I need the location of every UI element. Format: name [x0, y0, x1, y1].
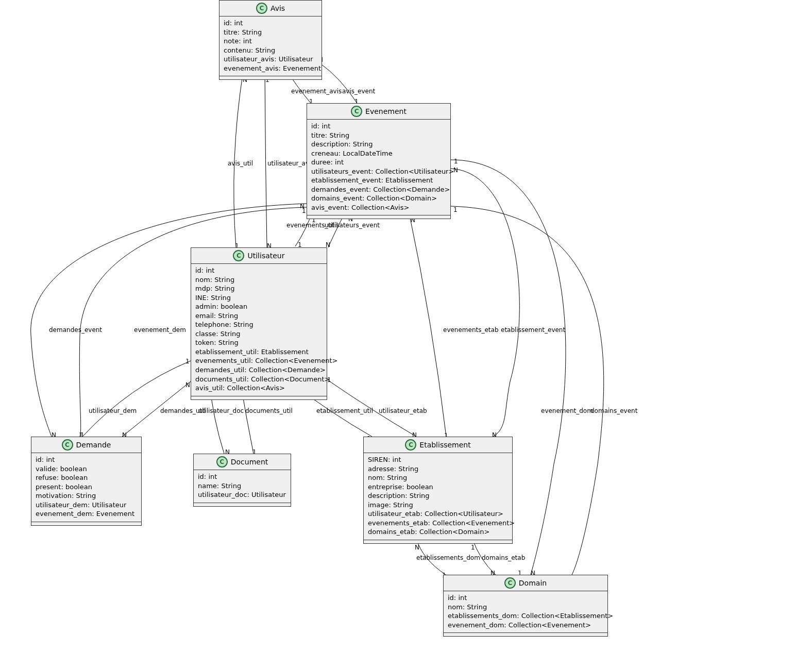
relationship-label: demandes_event: [49, 326, 102, 334]
relationship-edge: [234, 71, 243, 247]
class-attribute: telephone: String: [195, 320, 323, 329]
class-attribute: utilisateur_avis: Utilisateur: [224, 55, 317, 64]
class-attribute: INE: String: [195, 293, 323, 303]
class-methods-empty: [307, 215, 450, 219]
relationship-label: domains_etab: [482, 554, 525, 561]
class-box-demande[interactable]: CDemandeid: intvalide: booleanrefuse: bo…: [31, 437, 142, 526]
class-attribute: evenement_dem: Evenement: [36, 509, 137, 519]
class-attribute: nom: String: [368, 473, 508, 482]
class-attribute: token: String: [195, 338, 323, 347]
class-title: Demande: [76, 441, 111, 449]
class-attribute: avis_event: Collection<Avis>: [311, 203, 446, 212]
class-attribute: etablissements_dom: Collection<Etablisse…: [448, 611, 603, 621]
class-attribute: nom: String: [195, 275, 323, 285]
class-header: CEvenement: [307, 104, 450, 120]
class-attribute: nom: String: [448, 603, 603, 612]
class-attributes: SIREN: intadresse: Stringnom: Stringentr…: [364, 453, 512, 540]
class-methods-empty: [219, 76, 322, 79]
class-attributes: id: inttitre: Stringdescription: Stringc…: [307, 120, 450, 215]
class-attribute: utilisateur_doc: Utilisateur: [198, 490, 286, 499]
class-attribute: id: int: [448, 593, 603, 603]
relationship-edge-layer: [0, 0, 812, 650]
class-attribute: email: String: [195, 311, 323, 321]
cardinality-label: N: [185, 381, 190, 389]
class-attributes: id: intnom: Stringmdp: StringINE: String…: [191, 264, 327, 396]
relationship-label: etablissement_event: [501, 326, 565, 334]
class-icon: C: [405, 439, 416, 451]
class-attribute: image: String: [368, 501, 508, 510]
class-attribute: adresse: String: [368, 464, 508, 474]
class-attribute: utilisateurs_event: Collection<Utilisate…: [311, 167, 446, 176]
class-attribute: titre: String: [224, 28, 317, 37]
uml-diagram-canvas: evenement_avisN1avis_eventN1avis_utilN1u…: [0, 0, 812, 650]
class-attributes: id: intname: Stringutilisateur_doc: Util…: [194, 470, 291, 503]
relationship-label: documents_util: [245, 407, 293, 414]
class-attribute: evenement_dom: Collection<Evenement>: [448, 621, 603, 630]
class-attribute: id: int: [224, 19, 317, 28]
relationship-label: domains_event: [590, 407, 637, 414]
class-header: CAvis: [219, 1, 322, 16]
class-attribute: demandes_event: Collection<Demande>: [311, 185, 446, 194]
class-header: CEtablissement: [364, 437, 512, 453]
class-attribute: description: String: [368, 491, 508, 501]
class-attribute: SIREN: int: [368, 455, 508, 464]
class-attribute: etablissement_util: Etablissement: [195, 347, 323, 357]
class-attribute: duree: int: [311, 158, 446, 167]
class-attribute: documents_util: Collection<Document>: [195, 375, 323, 384]
class-header: CDemande: [31, 437, 141, 453]
class-attribute: evenement_avis: Evenement: [224, 64, 317, 73]
relationship-edge: [451, 169, 519, 437]
relationship-edge: [319, 63, 357, 103]
class-header: CDocument: [194, 454, 291, 470]
class-attribute: entreprise: boolean: [368, 482, 508, 492]
class-title: Utilisateur: [247, 252, 284, 260]
class-attribute: classe: String: [195, 329, 323, 339]
class-title: Document: [231, 458, 268, 466]
class-attribute: domains_event: Collection<Domain>: [311, 194, 446, 203]
class-box-domain[interactable]: CDomainid: intnom: Stringetablissements_…: [443, 575, 608, 637]
relationship-label: evenement_dom: [541, 407, 593, 414]
class-attribute: utilisateur_dem: Utilisateur: [36, 501, 137, 510]
class-box-document[interactable]: CDocumentid: intname: Stringutilisateur_…: [193, 454, 291, 507]
class-methods-empty: [364, 540, 512, 543]
class-attribute: id: int: [198, 472, 286, 481]
class-attribute: utilisateur_etab: Collection<Utilisateur…: [368, 509, 508, 519]
class-attributes: id: intvalide: booleanrefuse: booleanpre…: [31, 453, 141, 522]
class-attribute: domains_etab: Collection<Domain>: [368, 527, 508, 537]
class-methods-empty: [444, 633, 607, 636]
class-attribute: creneau: LocalDateTime: [311, 149, 446, 158]
cardinality-label: 1: [454, 158, 458, 165]
class-attribute: etablissement_event: Etablissement: [311, 176, 446, 185]
relationship-label: avis_event: [342, 88, 375, 95]
class-methods-empty: [194, 503, 291, 506]
class-attribute: mdp: String: [195, 284, 323, 293]
relationship-label: etablissement_util: [316, 407, 373, 414]
cardinality-label: 1: [453, 206, 458, 213]
class-box-utilisateur[interactable]: CUtilisateurid: intnom: Stringmdp: Strin…: [191, 247, 327, 400]
class-attribute: description: String: [311, 140, 446, 149]
class-header: CDomain: [444, 575, 607, 591]
class-icon: C: [62, 439, 73, 451]
class-box-avis[interactable]: CAvisid: inttitre: Stringnote: intconten…: [219, 0, 322, 80]
class-attributes: id: intnom: Stringetablissements_dom: Co…: [444, 591, 607, 633]
class-attribute: id: int: [195, 266, 323, 275]
class-attribute: demandes_util: Collection<Demande>: [195, 365, 323, 375]
class-attribute: note: int: [224, 37, 317, 46]
class-title: Domain: [519, 579, 547, 587]
relationship-label: avis_util: [228, 160, 253, 167]
cardinality-label: 1: [185, 358, 190, 365]
class-attribute: evenements_util: Collection<Evenement>: [195, 356, 323, 365]
class-attribute: avis_util: Collection<Avis>: [195, 384, 323, 393]
class-box-evenement[interactable]: CEvenementid: inttitre: Stringdescriptio…: [307, 103, 451, 219]
relationship-edge: [82, 361, 191, 437]
class-methods-empty: [31, 522, 141, 525]
class-attribute: titre: String: [311, 131, 446, 140]
class-icon: C: [256, 3, 267, 14]
relationship-label: etablissements_dom: [416, 554, 480, 561]
relationship-label: evenements_etab: [443, 326, 499, 334]
relationship-label: utilisateur_etab: [379, 407, 427, 414]
class-icon: C: [351, 106, 362, 117]
class-attribute: name: String: [198, 481, 286, 491]
class-box-etablissement[interactable]: CEtablissementSIREN: intadresse: Stringn…: [363, 437, 513, 544]
class-attribute: valide: boolean: [36, 464, 137, 474]
